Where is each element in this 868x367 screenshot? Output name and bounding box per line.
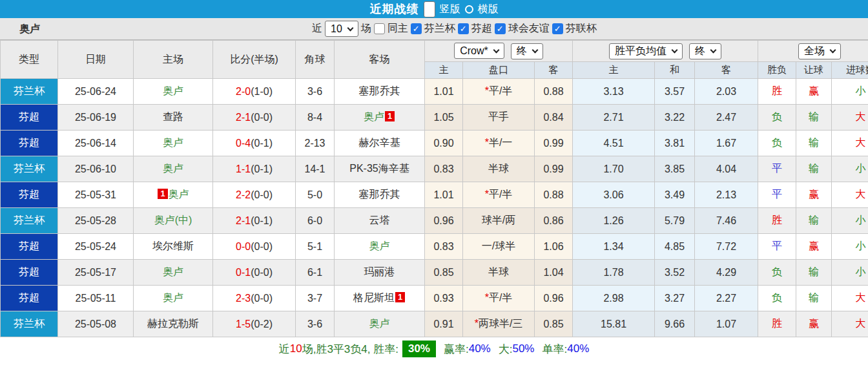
odds-draw-cell: 3.81: [655, 131, 695, 156]
date-cell: 25-06-19: [58, 105, 134, 131]
goals-value: 大: [856, 189, 866, 200]
odds-stage-select[interactable]: 终: [689, 43, 721, 59]
scope-controls-cell: 全场: [758, 41, 868, 62]
col-header-score: 比分(半场): [213, 41, 296, 79]
horizontal-layout-label[interactable]: 横版: [478, 3, 499, 16]
vertical-layout-label[interactable]: 竖版: [440, 3, 460, 16]
league-badge: 芬兰杯: [14, 318, 45, 329]
odds-draw: 9.66: [665, 319, 685, 330]
team-name: 奥卢(中): [154, 215, 192, 225]
odds-win-cell: 3.13: [573, 79, 655, 105]
away-team-cell: 奥卢: [335, 311, 425, 337]
summary-odd-label: 单率:: [542, 342, 567, 357]
summary-record-text: 场,胜3平3负4, 胜率:: [302, 342, 398, 357]
table-row: 芬超25-06-14奥卢0-4(0-1)2-13赫尔辛基0.90*半/一0.99…: [1, 131, 868, 156]
home-team-cell: 1奥卢: [134, 182, 213, 208]
let-goal-value: 输: [809, 215, 819, 225]
scope-select[interactable]: 全场: [798, 43, 841, 59]
col-header-away: 客场: [335, 41, 425, 79]
handicap-home-odds: 0.96: [433, 215, 453, 226]
goals-value: 小: [856, 85, 866, 96]
odds-win-cell: 1.34: [573, 234, 655, 260]
odds-type-select[interactable]: 胜平负均值: [609, 43, 683, 59]
score-cell: 1-1(0-1): [213, 156, 296, 182]
result-cell: 平: [758, 182, 796, 208]
matches-label: 场: [361, 22, 371, 36]
team-name: 奥卢: [163, 85, 183, 96]
table-row: 芬超25-06-19查路2-1(0-0)8-4奥卢11.05平手0.842.71…: [1, 105, 868, 131]
league-badge-cell: 芬超: [1, 286, 58, 311]
handicap-line-cell: 半球: [463, 260, 535, 286]
home-team-cell: 奥卢: [134, 131, 213, 156]
team-name: 奥卢: [163, 137, 183, 148]
handicap-away-odds-cell: 0.99: [535, 131, 573, 156]
col-header-corners: 角球: [296, 41, 335, 79]
recent-count-select[interactable]: 10: [325, 21, 358, 37]
let-goal-result-cell: 赢: [796, 182, 832, 208]
let-goal-value: 输: [809, 292, 819, 303]
corners-score: 14-1: [304, 163, 325, 174]
corners-cell: 3-6: [296, 311, 335, 337]
match-date: 25-06-14: [75, 138, 116, 149]
handicap-home-odds-cell: 0.83: [425, 234, 463, 260]
bookmaker-select[interactable]: Crow*: [454, 43, 504, 59]
match-date: 25-05-17: [75, 267, 116, 278]
result-cell: 胜: [758, 79, 796, 105]
handicap-stage-select[interactable]: 终: [511, 43, 543, 59]
table-row: 芬超25-05-17奥卢0-1(0-0)6-1玛丽港0.85半球1.041.78…: [1, 260, 868, 286]
score-cell: 1-5(0-2): [213, 311, 296, 337]
vertical-layout-radio[interactable]: [424, 1, 435, 17]
let-goal-result-cell: 赢: [796, 311, 832, 337]
odds-win-cell: 2.98: [573, 286, 655, 311]
corners-cell: 3-6: [296, 79, 335, 105]
corners-score: 3-6: [307, 319, 322, 330]
away-team-cell: 塞那乔其: [335, 182, 425, 208]
sub-header-result: 胜负: [758, 62, 796, 79]
home-team-cell: 查路: [134, 105, 213, 131]
goals-result-cell: 大: [832, 311, 868, 337]
let-goal-result-cell: 输: [796, 208, 832, 234]
halftime-score: (1-0): [251, 86, 273, 97]
league-checkbox-veikkausliiga[interactable]: ✓: [458, 23, 469, 34]
league-checkbox-club-friendly[interactable]: ✓: [495, 23, 506, 34]
handicap-home-odds: 0.90: [433, 138, 453, 149]
league-checkbox-finland-league-cup[interactable]: ✓: [552, 23, 563, 34]
result-value: 胜: [772, 85, 782, 96]
score-cell: 2-1(0-0): [213, 105, 296, 131]
handicap-away-odds: 1.04: [543, 267, 563, 278]
odds-controls-cell: 胜平负均值 终: [573, 41, 758, 62]
odds-lose-cell: 1.07: [695, 311, 758, 337]
handicap-home-odds-cell: 0.93: [425, 286, 463, 311]
odds-lose-cell: 2.27: [695, 286, 758, 311]
handicap-line-cell: *半/一: [463, 131, 535, 156]
odds-lose-cell: 1.67: [695, 131, 758, 156]
league-badge: 芬兰杯: [14, 163, 45, 174]
same-home-checkbox[interactable]: [374, 23, 385, 34]
home-team-cell: 奥卢: [134, 156, 213, 182]
match-table: 类型 日期 主场 比分(半场) 角球 客场 Crow* 终 胜平负均值: [0, 40, 868, 337]
handicap-line: 两球半/三: [479, 318, 522, 329]
scope-select-value: 全场: [804, 45, 825, 58]
let-goal-value: 输: [809, 111, 819, 122]
handicap-home-odds: 0.83: [433, 241, 453, 252]
match-date: 25-05-31: [75, 189, 116, 200]
league-badge-cell: 芬超: [1, 260, 58, 286]
sub-header-odds-lose: 客: [695, 62, 758, 79]
table-row: 芬超25-05-11奥卢2-3(0-0)3-7格尼斯坦10.93*平/半0.96…: [1, 286, 868, 311]
table-row: 芬兰杯25-05-08赫拉克勒斯1-5(0-2)3-6奥卢0.91*两球半/三0…: [1, 311, 868, 337]
handicap-home-odds: 0.85: [433, 267, 453, 278]
table-row: 芬兰杯25-06-24奥卢2-0(1-0)3-6塞那乔其1.01*平/半0.88…: [1, 79, 868, 105]
handicap-line: 半球: [488, 163, 509, 174]
let-goal-result-cell: 输: [796, 260, 832, 286]
odds-draw: 3.85: [665, 163, 685, 174]
odds-win: 2.71: [603, 112, 623, 123]
league-badge: 芬超: [19, 292, 39, 303]
sub-header-odds-win: 主: [573, 62, 655, 79]
team-name: 云塔: [369, 215, 390, 225]
horizontal-layout-radio[interactable]: [465, 5, 473, 14]
league-badge-cell: 芬超: [1, 105, 58, 131]
league-checkbox-finland-cup[interactable]: ✓: [411, 23, 422, 34]
odds-lose-cell: 2.47: [695, 105, 758, 131]
score-cell: 0-0(0-0): [213, 234, 296, 260]
goals-value: 大: [856, 292, 866, 303]
